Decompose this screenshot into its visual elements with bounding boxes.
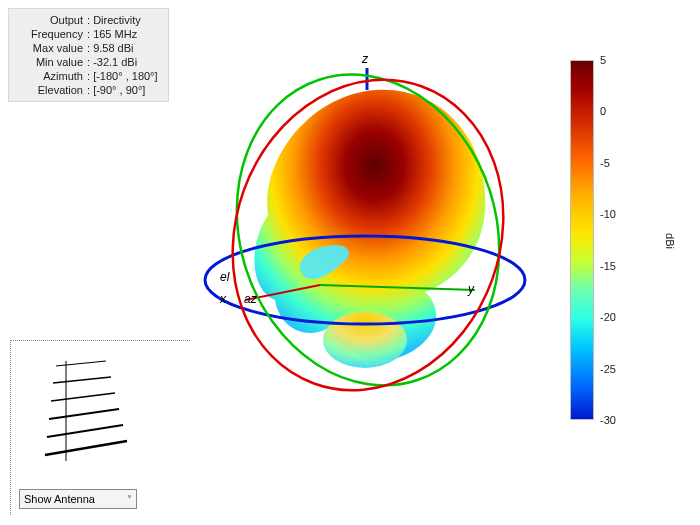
- svg-point-0: [323, 312, 407, 368]
- svg-line-6: [47, 425, 123, 437]
- az-label: az: [244, 292, 257, 306]
- svg-line-5: [49, 409, 119, 419]
- chevron-down-icon: ˅: [127, 494, 136, 505]
- colorbar-tick: -25: [600, 363, 616, 375]
- value-min: -32.1 dBi: [93, 55, 137, 69]
- colorbar-tick: -10: [600, 208, 616, 220]
- colorbar-tick: -5: [600, 157, 610, 169]
- antenna-icon: [11, 341, 191, 476]
- svg-line-2: [56, 361, 106, 366]
- colorbar-gradient: [570, 60, 594, 420]
- pattern-svg: [190, 30, 560, 410]
- label-min: Min value: [15, 55, 83, 69]
- colorbar-tick: -20: [600, 311, 616, 323]
- label-frequency: Frequency: [15, 27, 83, 41]
- colorbar: dBi 50-5-10-15-20-25-30: [570, 60, 660, 420]
- show-antenna-dropdown[interactable]: Show Antenna ˅: [19, 489, 137, 509]
- colorbar-tick: -15: [600, 260, 616, 272]
- value-azimuth: [-180° , 180°]: [93, 69, 157, 83]
- value-frequency: 165 MHz: [93, 27, 137, 41]
- label-elevation: Elevation: [15, 83, 83, 97]
- colorbar-unit: dBi: [664, 233, 676, 249]
- colorbar-tick: -30: [600, 414, 616, 426]
- y-label: y: [468, 282, 474, 296]
- colorbar-tick: 0: [600, 105, 606, 117]
- lobe-surface: [254, 90, 485, 368]
- z-label: z: [362, 52, 368, 66]
- svg-line-7: [45, 441, 127, 455]
- dropdown-label: Show Antenna: [24, 493, 95, 505]
- info-panel: Output: Directivity Frequency: 165 MHz M…: [8, 8, 169, 102]
- svg-line-3: [53, 377, 111, 383]
- svg-line-4: [51, 393, 115, 401]
- el-label: el: [220, 270, 229, 284]
- x-label: x: [220, 292, 226, 306]
- value-max: 9.58 dBi: [93, 41, 133, 55]
- label-output: Output: [15, 13, 83, 27]
- antenna-inset-panel: Show Antenna ˅: [10, 340, 190, 515]
- label-max: Max value: [15, 41, 83, 55]
- label-azimuth: Azimuth: [15, 69, 83, 83]
- radiation-pattern-plot[interactable]: z y x az el: [190, 30, 560, 410]
- value-output: Directivity: [93, 13, 141, 27]
- value-elevation: [-90° , 90°]: [93, 83, 145, 97]
- colorbar-tick: 5: [600, 54, 606, 66]
